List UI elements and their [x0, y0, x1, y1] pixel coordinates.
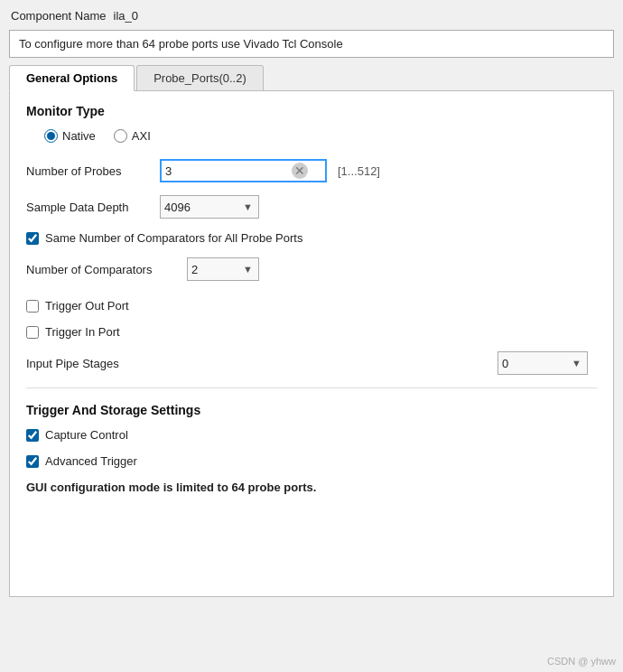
trigger-out-port-row: Trigger Out Port: [26, 299, 597, 313]
content-panel: Monitor Type Native AXI Number of Probes…: [9, 91, 614, 597]
monitor-type-title: Monitor Type: [26, 104, 597, 118]
num-probes-clear-button[interactable]: ✕: [292, 163, 308, 179]
radio-native-input[interactable]: [44, 129, 58, 143]
capture-control-label: Capture Control: [45, 428, 128, 442]
trigger-out-port-checkbox[interactable]: [26, 300, 39, 313]
tab-probe-ports[interactable]: Probe_Ports(0..2): [136, 65, 264, 90]
advanced-trigger-label: Advanced Trigger: [45, 454, 137, 468]
component-name-row: Component Name ila_0: [0, 0, 623, 30]
trigger-in-port-checkbox[interactable]: [26, 326, 39, 339]
main-container: Component Name ila_0 To configure more t…: [0, 0, 623, 672]
num-probes-label: Number of Probes: [26, 164, 153, 178]
info-banner-text: To configure more than 64 probe ports us…: [19, 37, 343, 51]
advanced-trigger-checkbox[interactable]: [26, 455, 39, 468]
trigger-storage-section: Trigger And Storage Settings Capture Con…: [26, 403, 597, 468]
same-num-comparators-checkbox[interactable]: [26, 232, 39, 245]
same-num-comparators-label: Same Number of Comparators for All Probe…: [45, 231, 302, 245]
bottom-note: GUI configuration mode is limited to 64 …: [26, 481, 597, 494]
capture-control-checkbox[interactable]: [26, 429, 39, 442]
info-banner: To configure more than 64 probe ports us…: [9, 30, 614, 58]
tab-general-options-label: General Options: [26, 71, 117, 85]
num-comparators-select[interactable]: 1 2 3 4: [191, 263, 255, 276]
input-pipe-stages-select[interactable]: 0 1 2 3 4 5 6: [502, 357, 583, 370]
num-comparators-row: Number of Comparators 1 2 3 4 ▼: [26, 257, 597, 281]
num-probes-input[interactable]: [165, 164, 292, 178]
radio-axi-input[interactable]: [114, 129, 127, 143]
trigger-in-port-row: Trigger In Port: [26, 325, 597, 339]
trigger-in-port-label: Trigger In Port: [45, 325, 120, 339]
radio-axi-label: AXI: [132, 129, 151, 143]
monitor-type-radio-row: Native AXI: [44, 129, 597, 143]
trigger-storage-title: Trigger And Storage Settings: [26, 403, 597, 417]
sample-data-depth-label: Sample Data Depth: [26, 201, 153, 214]
monitor-type-section: Monitor Type Native AXI: [26, 104, 597, 143]
radio-native-option[interactable]: Native: [44, 129, 96, 143]
same-num-comparators-row: Same Number of Comparators for All Probe…: [26, 231, 597, 245]
num-comparators-select-wrapper: 1 2 3 4 ▼: [187, 257, 259, 281]
radio-axi-option[interactable]: AXI: [114, 129, 151, 143]
input-pipe-stages-label: Input Pipe Stages: [26, 357, 153, 370]
tab-probe-ports-label: Probe_Ports(0..2): [153, 71, 246, 85]
advanced-trigger-row: Advanced Trigger: [26, 454, 597, 468]
sample-data-depth-select[interactable]: 1024 2048 4096 8192 16384 32768 65536 13…: [164, 201, 255, 214]
capture-control-row: Capture Control: [26, 428, 597, 442]
trigger-out-port-label: Trigger Out Port: [45, 299, 129, 313]
input-pipe-stages-row: Input Pipe Stages 0 1 2 3 4 5 6 ▼: [26, 351, 597, 375]
num-probes-input-wrapper: ✕: [160, 159, 327, 182]
num-probes-range: [1...512]: [338, 164, 380, 178]
input-pipe-stages-select-wrapper: 0 1 2 3 4 5 6 ▼: [497, 351, 588, 375]
num-comparators-label: Number of Comparators: [26, 263, 180, 276]
tab-general-options[interactable]: General Options: [9, 65, 135, 91]
sample-data-depth-select-wrapper: 1024 2048 4096 8192 16384 32768 65536 13…: [160, 195, 259, 219]
component-name-value: ila_0: [114, 9, 138, 23]
num-probes-row: Number of Probes ✕ [1...512]: [26, 159, 597, 182]
component-name-label: Component Name: [11, 9, 107, 23]
radio-native-label: Native: [62, 129, 96, 143]
sample-data-depth-row: Sample Data Depth 1024 2048 4096 8192 16…: [26, 195, 597, 219]
tabs-container: General Options Probe_Ports(0..2): [9, 65, 614, 91]
section-divider: [26, 387, 597, 388]
watermark: CSDN @ yhww: [547, 656, 616, 667]
